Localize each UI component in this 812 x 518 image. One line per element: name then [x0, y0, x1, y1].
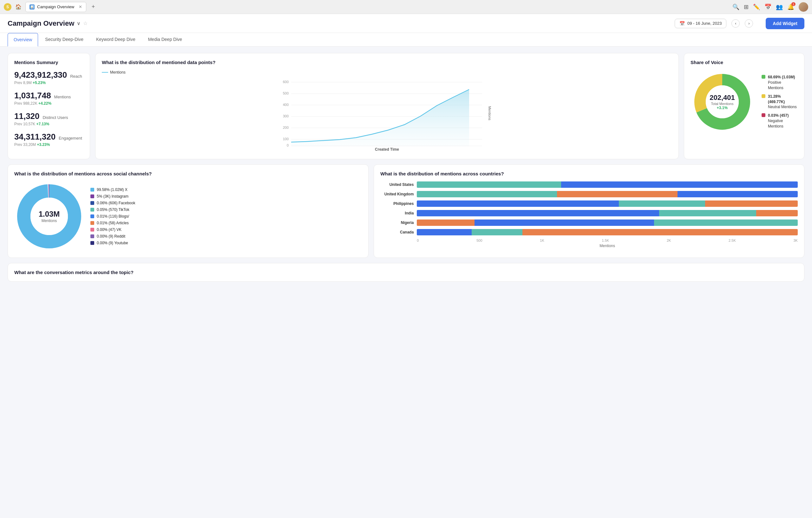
tab-keyword[interactable]: Keyword Deep Dive — [90, 33, 141, 46]
user-avatar[interactable] — [799, 2, 808, 12]
ch-vk-label: 0.00% (47) VK — [97, 227, 121, 232]
ch-facebook-dot — [90, 201, 94, 205]
app-header: Campaign Overview ∨ ☆ 📅 09 - 16 June, 20… — [0, 14, 812, 33]
title-chevron-icon[interactable]: ∨ — [77, 20, 81, 26]
negative-dot — [761, 113, 765, 117]
sov-donut-center: 202,401 Total Mentions +3.1% — [709, 93, 735, 110]
svg-text:6/19: 6/19 — [369, 148, 375, 148]
search-icon[interactable]: 🔍 — [732, 3, 740, 10]
bar-label-ng: Nigeria — [380, 221, 414, 225]
bar-seg-in-1 — [417, 210, 659, 216]
svg-text:6/17: 6/17 — [337, 148, 343, 148]
ch-blogs-label: 0.01% (116) Blogs/ — [97, 214, 129, 219]
bottom-teaser-card: What are the conversation metrics around… — [8, 263, 804, 282]
calendar-icon[interactable]: 📅 — [764, 3, 772, 10]
bar-track-ph — [417, 200, 798, 207]
svg-text:6/15: 6/15 — [304, 148, 311, 148]
ch-blogs-dot — [90, 214, 94, 218]
chart-legend: Mentions — [102, 70, 672, 75]
svg-text:Mentions: Mentions — [488, 106, 492, 120]
tab-overview[interactable]: Overview — [8, 33, 38, 47]
date-range-picker[interactable]: 📅 09 - 16 June, 2023 — [675, 19, 726, 28]
notifications-button[interactable]: 🔔 1 — [787, 3, 794, 10]
main-content: Mentions Summary 9,423,912,330 Reach Pre… — [0, 47, 812, 288]
mentions-change: +4.22% — [38, 101, 51, 106]
bar-row-ng: Nigeria — [380, 220, 798, 226]
mentions-summary-title: Mentions Summary — [14, 60, 83, 65]
channels-inner: 1.03M Mentions 99.58% (1.02M) X 5% (3K) … — [14, 181, 362, 251]
ch-reddit-label: 0.00% (9) Reddit — [97, 234, 125, 238]
ch-legend-reddit: 0.00% (9) Reddit — [90, 234, 135, 238]
bar-track-us — [417, 181, 798, 188]
ch-facebook-label: 0.06% (606) Facebook — [97, 201, 135, 205]
tab-media[interactable]: Media Deep Dive — [142, 33, 188, 46]
date-prev-button[interactable]: ‹ — [731, 19, 740, 28]
date-range-text: 09 - 16 June, 2023 — [687, 21, 722, 26]
channels-card: What is the distribution of mentions acr… — [8, 164, 369, 258]
new-tab-button[interactable]: + — [89, 3, 98, 11]
users-value: 11,320 — [14, 111, 40, 121]
svg-text:6/24: 6/24 — [450, 148, 456, 148]
svg-text:6/18: 6/18 — [353, 148, 359, 148]
browser-tab-active[interactable]: 📊 Campaign Overview ✕ — [25, 2, 86, 12]
bar-track-ng — [417, 220, 798, 226]
bar-label-ca: Canada — [380, 230, 414, 234]
channels-center-label: Mentions — [39, 219, 60, 223]
date-next-button[interactable]: › — [745, 19, 753, 28]
distribution-chart-title: What is the distribution of mentioned da… — [102, 60, 672, 65]
bar-seg-ng-1 — [417, 220, 474, 226]
tabs-bar: Overview Security Deep-Dive Keyword Deep… — [0, 33, 812, 47]
reach-value: 9,423,912,330 — [14, 70, 67, 80]
bar-seg-uk-3 — [677, 191, 798, 197]
countries-title: What is the distribution of mentions acr… — [380, 171, 798, 176]
sov-donut: 202,401 Total Mentions +3.1% — [691, 70, 754, 134]
bar-seg-uk-2 — [557, 191, 677, 197]
bottom-teaser-title: What are the conversation metrics around… — [14, 270, 134, 275]
bar-label-us: United States — [380, 182, 414, 187]
edit-icon[interactable]: ✏️ — [753, 3, 760, 10]
sov-legend: 68.69% (1.03M)Positive Mentions 31.28% (… — [761, 75, 798, 129]
svg-text:500: 500 — [283, 91, 289, 95]
ch-tiktok-dot — [90, 208, 94, 211]
svg-text:200: 200 — [283, 125, 289, 130]
metric-engagement: 34,311,320 Engagement Prev 33,20M +3.23% — [14, 132, 83, 147]
bar-track-ca — [417, 229, 798, 235]
tab-security[interactable]: Security Deep-Dive — [39, 33, 89, 46]
line-chart-svg: 600 500 400 300 200 100 0 Mentions — [102, 78, 672, 148]
ch-instagram-dot — [90, 195, 94, 198]
bar-seg-ng-3 — [654, 220, 798, 226]
reach-prev: Prev 8,9M +5.23% — [14, 81, 83, 85]
bar-seg-in-3 — [756, 210, 798, 216]
ch-articles-label: 0.01% (58) Articles — [97, 221, 129, 225]
users-icon[interactable]: 👥 — [776, 3, 783, 10]
tab-close-icon[interactable]: ✕ — [79, 4, 82, 9]
countries-card: What is the distribution of mentions acr… — [374, 164, 804, 258]
bar-x-axis: 05001K1.5K2K2.5K3K — [417, 238, 798, 242]
ch-legend-instagram: 5% (3K) Instagram — [90, 194, 135, 199]
users-prev: Prev 10,57K +7.13% — [14, 122, 83, 126]
svg-text:6/14: 6/14 — [288, 148, 294, 148]
bar-label-in: India — [380, 211, 414, 215]
reach-change: +5.23% — [33, 81, 46, 85]
svg-text:6/16: 6/16 — [320, 148, 327, 148]
grid-icon[interactable]: ⊞ — [744, 3, 749, 10]
add-widget-button[interactable]: Add Widget — [766, 18, 804, 29]
home-button[interactable]: 🏠 — [14, 3, 23, 11]
bar-row-ph: Philippines — [380, 200, 798, 207]
sov-inner: 202,401 Total Mentions +3.1% 68.69% (1.0… — [691, 70, 798, 134]
sov-center-value: 202,401 — [709, 93, 735, 102]
bar-seg-ph-2 — [619, 200, 705, 207]
users-change: +7.13% — [36, 122, 49, 126]
engagement-change: +3.23% — [37, 142, 50, 147]
bar-row-in: India — [380, 210, 798, 216]
svg-text:300: 300 — [283, 114, 289, 118]
svg-text:6/21: 6/21 — [401, 148, 408, 148]
favorite-icon[interactable]: ☆ — [83, 20, 88, 26]
bar-seg-in-2 — [659, 210, 756, 216]
svg-text:100: 100 — [283, 137, 289, 141]
svg-text:0: 0 — [287, 143, 289, 147]
bar-x-axis-label: Mentions — [417, 243, 798, 248]
svg-text:400: 400 — [283, 103, 289, 107]
engagement-value: 34,311,320 — [14, 132, 56, 142]
bar-track-in — [417, 210, 798, 216]
